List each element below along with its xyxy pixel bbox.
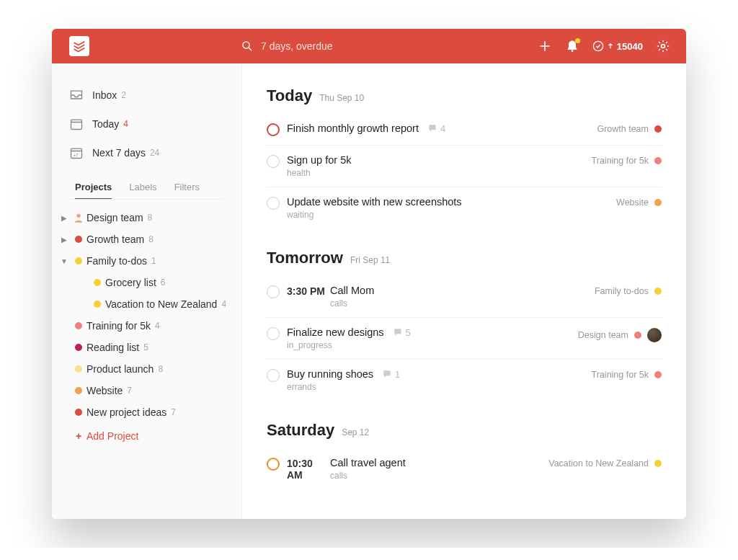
expand-arrow-icon[interactable]: ▶ <box>58 236 71 244</box>
task-checkbox[interactable] <box>267 458 280 471</box>
task-checkbox[interactable] <box>267 327 280 340</box>
task-body: Call Momcalls <box>330 285 595 308</box>
expand-arrow-icon[interactable]: ▶ <box>58 214 71 222</box>
project-count: 6 <box>161 277 166 288</box>
task-project[interactable]: Training for 5k <box>592 154 662 166</box>
project-name: Product launch <box>86 363 154 375</box>
task-row[interactable]: 10:30 AMCall travel agentcallsVacation t… <box>267 448 662 489</box>
sidebar-filter-inbox[interactable]: Inbox 2 <box>52 81 241 110</box>
project-count: 8 <box>148 213 153 223</box>
expand-arrow-icon[interactable]: ▼ <box>58 257 71 265</box>
project-count: 4 <box>221 299 226 309</box>
task-body: Finalize new designs5in_progress <box>287 326 578 350</box>
section-date: Thu Sep 10 <box>319 93 364 103</box>
task-label[interactable]: waiting <box>287 210 616 220</box>
task-checkbox[interactable] <box>267 197 280 210</box>
add-project-label: Add Project <box>86 430 138 442</box>
section-header: TodayThu Sep 10 <box>267 86 662 105</box>
task-project[interactable]: Family to-dos <box>595 285 662 296</box>
project-item[interactable]: New project ideas7 <box>52 401 241 423</box>
task-body: Sign up for 5khealth <box>287 154 592 178</box>
sidebar-tabs-border <box>69 199 224 200</box>
task-row[interactable]: Finish monthly growth report4Growth team <box>267 114 662 146</box>
sidebar-tabs: Projects Labels Filters <box>52 173 241 199</box>
task-row[interactable]: Update website with new screenshotswaiti… <box>267 187 662 228</box>
project-color-dot <box>71 236 86 243</box>
tab-labels[interactable]: Labels <box>129 182 156 199</box>
section-header: SaturdaySep 12 <box>267 421 662 440</box>
task-checkbox[interactable] <box>267 369 280 382</box>
comment-icon <box>427 123 437 133</box>
task-row[interactable]: Buy running shoes1errandsTraining for 5k <box>267 360 662 401</box>
project-color-dot <box>71 344 86 351</box>
task-title: Call Mom <box>330 285 374 296</box>
project-color-dot <box>654 125 662 133</box>
task-row[interactable]: Finalize new designs5in_progressDesign t… <box>267 318 662 360</box>
project-item[interactable]: Vacation to New Zealand4 <box>52 293 241 315</box>
project-name: Design team <box>578 330 628 340</box>
day-section: SaturdaySep 1210:30 AMCall travel agentc… <box>267 421 662 489</box>
task-project[interactable]: Vacation to New Zealand <box>548 457 662 468</box>
karma-badge-icon <box>592 40 604 52</box>
settings-button[interactable] <box>656 39 670 53</box>
project-item[interactable]: Training for 5k4 <box>52 315 241 337</box>
day-section: TomorrowFri Sep 113:30 PMCall MomcallsFa… <box>267 249 662 401</box>
filter-label: Today <box>92 118 119 130</box>
sidebar-filter-next7[interactable]: +7 Next 7 days 24 <box>52 138 241 167</box>
project-item[interactable]: Product launch8 <box>52 358 241 380</box>
task-project[interactable]: Growth team <box>597 123 662 134</box>
task-row[interactable]: 3:30 PMCall MomcallsFamily to-dos <box>267 276 662 318</box>
karma-button[interactable]: 15040 <box>592 40 643 52</box>
svg-point-12 <box>76 214 80 218</box>
project-item[interactable]: Grocery list6 <box>52 272 241 293</box>
task-title: Call travel agent <box>330 457 406 468</box>
task-label[interactable]: calls <box>330 471 548 481</box>
task-body: Finish monthly growth report4 <box>287 123 597 134</box>
notifications-button[interactable] <box>565 39 579 53</box>
comment-count[interactable]: 4 <box>427 123 445 134</box>
add-project-button[interactable]: + Add Project <box>52 423 241 449</box>
project-color-dot <box>654 157 662 164</box>
task-project[interactable]: Design team <box>578 326 662 342</box>
sidebar-filter-today[interactable]: Today 4 <box>52 110 241 138</box>
search-box[interactable]: 7 days, overdue <box>241 40 538 53</box>
task-time: 10:30 AM <box>287 457 330 481</box>
comment-count[interactable]: 5 <box>393 327 411 338</box>
quick-add-button[interactable] <box>538 39 552 53</box>
project-item[interactable]: Reading list5 <box>52 337 241 358</box>
task-project[interactable]: Training for 5k <box>592 368 662 380</box>
task-label[interactable]: calls <box>330 298 595 308</box>
task-checkbox[interactable] <box>267 285 280 298</box>
comment-icon <box>393 327 403 337</box>
checkbox-column <box>267 196 287 210</box>
task-project[interactable]: Website <box>616 196 662 208</box>
project-item[interactable]: Website7 <box>52 380 241 401</box>
notification-dot <box>575 38 580 43</box>
tab-projects[interactable]: Projects <box>75 182 112 199</box>
tab-filters[interactable]: Filters <box>174 182 200 199</box>
project-color-dot <box>654 460 662 467</box>
top-bar: 7 days, overdue <box>52 29 686 63</box>
task-checkbox[interactable] <box>267 155 280 168</box>
project-name: Design team <box>86 212 143 223</box>
task-row[interactable]: Sign up for 5khealthTraining for 5k <box>267 146 662 187</box>
project-color-dot <box>654 199 662 206</box>
assignee-avatar[interactable] <box>647 328 662 342</box>
app-window: 7 days, overdue <box>52 29 686 519</box>
task-label[interactable]: health <box>287 168 592 178</box>
project-color-dot <box>89 279 105 286</box>
filter-count: 24 <box>150 148 159 158</box>
project-item[interactable]: ▼Family to-dos1 <box>52 250 241 272</box>
task-checkbox[interactable] <box>267 123 280 136</box>
app-logo[interactable] <box>69 36 89 56</box>
project-color-dot <box>71 365 86 373</box>
filter-label: Next 7 days <box>92 147 146 159</box>
comment-icon <box>382 369 392 379</box>
task-label[interactable]: in_progress <box>287 340 578 350</box>
project-color-dot <box>654 288 662 295</box>
project-item[interactable]: ▶Growth team8 <box>52 228 241 250</box>
comment-count[interactable]: 1 <box>382 369 400 380</box>
task-label[interactable]: errands <box>287 382 592 392</box>
project-item[interactable]: ▶Design team8 <box>52 207 241 228</box>
checkbox-column <box>267 285 287 298</box>
